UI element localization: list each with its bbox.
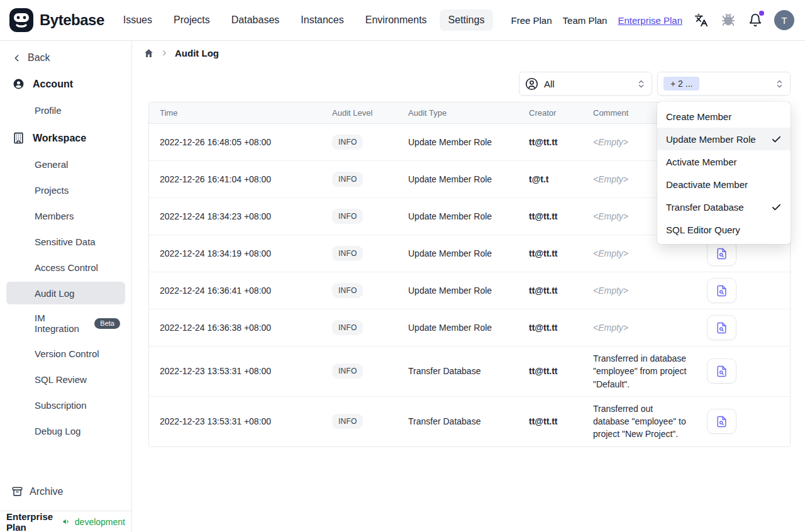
nav-item-instances[interactable]: Instances — [292, 9, 352, 31]
creator-filter-select[interactable]: All — [519, 72, 652, 96]
sidebar-item-audit-log[interactable]: Audit Log — [6, 282, 125, 304]
sidebar-item-label: Projects — [35, 185, 69, 196]
menu-item-label: Deactivate Member — [666, 179, 748, 190]
sidebar-item-label: Sensitive Data — [35, 236, 96, 247]
nav-item-projects[interactable]: Projects — [165, 9, 219, 31]
audit-level-badge: INFO — [332, 414, 363, 429]
row-comment: <Empty> — [583, 279, 697, 302]
sidebar-item-label: SQL Review — [35, 374, 87, 385]
sidebar-item-general[interactable]: General — [6, 153, 125, 175]
row-time: 2022-12-24 18:34:23 +08:00 — [149, 206, 322, 227]
brand[interactable]: Bytebase — [9, 8, 104, 33]
sidebar-section-label: Workspace — [33, 133, 86, 144]
nav-item-settings[interactable]: Settings — [440, 9, 494, 31]
bug-icon[interactable] — [720, 12, 736, 28]
filter-bar: All + 2 ... — [519, 72, 791, 96]
archive-label: Archive — [30, 486, 63, 497]
row-level: INFO — [322, 277, 398, 304]
check-icon — [771, 202, 782, 213]
row-audit-type: Update Member Role — [398, 280, 519, 301]
file-search-icon — [716, 365, 728, 377]
view-payload-button[interactable] — [707, 409, 736, 434]
row-level: INFO — [322, 203, 398, 230]
row-level: INFO — [322, 314, 398, 341]
footer-plan-label: Enterprise Plan — [6, 511, 58, 532]
nav-item-databases[interactable]: Databases — [223, 9, 289, 31]
sidebar-item-projects[interactable]: Projects — [6, 179, 125, 201]
menu-item-label: Update Member Role — [666, 134, 756, 145]
view-payload-button[interactable] — [707, 278, 736, 303]
menu-item-activate-member[interactable]: Activate Member — [657, 150, 791, 173]
audit-level-badge: INFO — [332, 363, 363, 379]
sidebar-item-members[interactable]: Members — [6, 204, 125, 227]
translate-icon[interactable] — [693, 12, 709, 28]
archive-icon — [11, 485, 23, 497]
chevron-right-icon — [160, 49, 169, 57]
audit-level-badge: INFO — [332, 320, 363, 335]
view-payload-button[interactable] — [707, 358, 736, 384]
row-creator: t@t.t — [519, 169, 583, 190]
chevrons-up-down-icon — [775, 79, 784, 89]
bell-icon[interactable] — [747, 12, 763, 28]
bytebase-logo-icon — [9, 8, 34, 33]
avatar[interactable]: T — [774, 10, 794, 30]
home-icon[interactable] — [143, 48, 154, 58]
sidebar-item-archive[interactable]: Archive — [0, 480, 131, 502]
free-plan-link[interactable]: Free Plan — [511, 15, 552, 26]
back-label: Back — [28, 52, 50, 64]
sidebar-sections: Account Profile Workspace General Projec… — [0, 72, 131, 442]
row-audit-type: Transfer Database — [398, 411, 519, 432]
top-nav-right: Free Plan Team Plan Enterprise Plan T — [511, 10, 794, 30]
audit-level-badge: INFO — [332, 209, 363, 224]
chevrons-up-down-icon — [636, 79, 646, 89]
sidebar-item-sql-review[interactable]: SQL Review — [6, 368, 125, 391]
row-time: 2022-12-24 16:36:38 +08:00 — [149, 317, 322, 338]
column-header-creator: Creator — [519, 108, 583, 118]
sidebar-footer: Enterprise Plan development — [0, 511, 131, 532]
enterprise-plan-link[interactable]: Enterprise Plan — [618, 15, 682, 26]
menu-item-update-member-role[interactable]: Update Member Role — [657, 128, 791, 150]
sidebar-item-access-control[interactable]: Access Control — [6, 256, 125, 279]
user-icon — [13, 78, 25, 90]
row-audit-type: Transfer Database — [398, 360, 519, 382]
menu-item-sql-editor-query[interactable]: SQL Editor Query — [657, 218, 791, 241]
row-comment: <Empty> — [583, 241, 697, 265]
view-payload-button[interactable] — [707, 241, 736, 266]
sidebar-item-im-integration[interactable]: IM Integration Beta — [6, 308, 125, 339]
team-plan-link[interactable]: Team Plan — [563, 15, 608, 26]
menu-item-create-member[interactable]: Create Member — [657, 105, 791, 128]
type-filter-count-tag: + 2 ... — [663, 77, 699, 91]
row-time: 2022-12-26 16:48:05 +08:00 — [149, 131, 322, 153]
audit-level-badge: INFO — [332, 135, 363, 150]
row-audit-type: Update Member Role — [398, 243, 519, 264]
row-payload — [697, 272, 790, 309]
user-circle-icon — [525, 77, 538, 91]
back-button[interactable]: Back — [0, 41, 131, 67]
sidebar-item-subscription[interactable]: Subscription — [6, 394, 125, 416]
view-payload-button[interactable] — [707, 315, 736, 340]
file-search-icon — [716, 285, 728, 297]
sidebar-item-label: Members — [35, 211, 74, 221]
menu-item-label: Create Member — [666, 111, 731, 122]
speaker-icon[interactable] — [62, 516, 70, 527]
row-creator: tt@tt.tt — [519, 411, 583, 432]
menu-item-label: Activate Member — [666, 157, 737, 167]
row-audit-type: Update Member Role — [398, 169, 519, 190]
row-comment: <Empty> — [583, 316, 697, 340]
sidebar-item-debug-log[interactable]: Debug Log — [6, 419, 125, 442]
sidebar-item-version-control[interactable]: Version Control — [6, 342, 125, 365]
nav-item-issues[interactable]: Issues — [114, 9, 161, 31]
brand-name: Bytebase — [40, 11, 104, 29]
menu-item-deactivate-member[interactable]: Deactivate Member — [657, 173, 791, 196]
row-level: INFO — [322, 166, 398, 192]
sidebar-item-label: Audit Log — [35, 288, 74, 299]
sidebar-item-sensitive-data[interactable]: Sensitive Data — [6, 230, 125, 253]
audit-type-filter-select[interactable]: + 2 ... — [657, 72, 791, 96]
row-time: 2022-12-26 16:41:04 +08:00 — [149, 169, 322, 190]
menu-item-transfer-database[interactable]: Transfer Database — [657, 196, 791, 218]
sidebar-item-profile[interactable]: Profile — [6, 99, 125, 121]
file-search-icon — [716, 322, 728, 334]
nav-item-environments[interactable]: Environments — [357, 9, 436, 31]
row-payload — [697, 353, 790, 389]
row-payload — [697, 403, 790, 440]
